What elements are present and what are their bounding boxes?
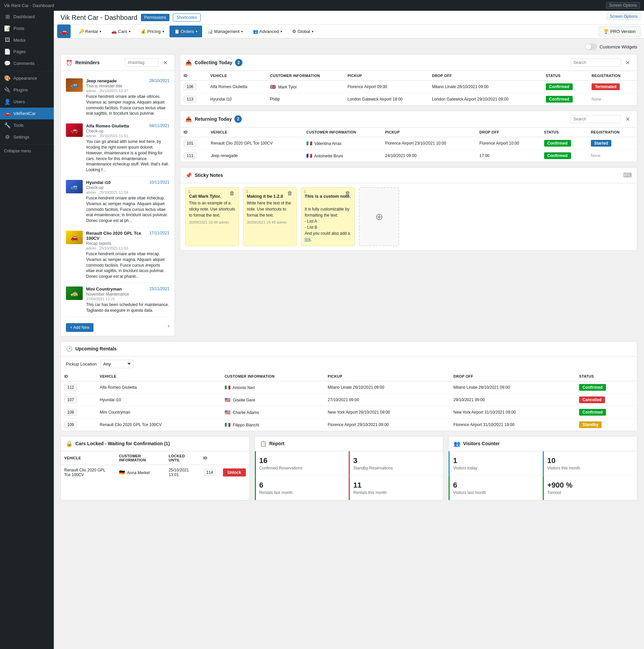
keyboard-icon[interactable]: ⌨ xyxy=(623,171,632,179)
id-badge-109[interactable]: 109 xyxy=(64,421,77,428)
up-col-id: ID xyxy=(61,372,97,381)
visitor-item-3: +900 % Turnout xyxy=(543,476,637,500)
permissions-button[interactable]: Permissions xyxy=(141,14,169,21)
table-row: Renault Clio 2020 GPL Tce 100CV 🇩🇪 Anna … xyxy=(61,465,249,480)
locked-col-action xyxy=(220,451,249,465)
nav-item-global[interactable]: ⚙ Global ▾ xyxy=(288,26,318,37)
up-col-dropoff: DROP OFF xyxy=(450,372,576,381)
returning-close-button[interactable]: ✕ xyxy=(623,115,632,123)
sidebar-item-pages[interactable]: 📄 Pages xyxy=(0,46,54,58)
upcoming-row3-vehicle: Renault Clio 2020 GPL Tce 100CV xyxy=(97,418,221,431)
collecting-row0-id: 106 xyxy=(180,81,207,93)
report-item-0: 16 Confirmed Reservations xyxy=(255,451,349,476)
sidebar-item-tools[interactable]: 🔧 Tools xyxy=(0,119,54,131)
upcoming-row2-status: Confirmed xyxy=(576,406,637,418)
unlock-button[interactable]: Unlock xyxy=(223,468,246,476)
reminder-title-row-4: Mini Countryman 23/11/2021 xyxy=(86,287,169,292)
collecting-row0-dropoff: Milano Linate 28/10/2021 09:00 xyxy=(429,81,542,93)
reminders-icon: ⏰ xyxy=(66,60,73,66)
nav-item-advanced[interactable]: 👥 Advanced ▾ xyxy=(248,26,287,37)
nav-bar: 🚗 🔑 Rental ▾ 🚗 Cars ▾ 💰 Pricing ▾ 📋 Orde… xyxy=(54,25,644,38)
drag-handle-2[interactable]: ⠿ xyxy=(303,190,306,194)
returning-tbody: 101 Renault Clio 2020 GPL Tce 100CV 🇮🇹 V… xyxy=(180,137,637,162)
id-badge-111[interactable]: 111 xyxy=(184,152,196,159)
nav-item-pricing[interactable]: 💰 Pricing ▾ xyxy=(136,26,168,37)
nav-logo: 🚗 xyxy=(57,25,71,38)
id-badge-108[interactable]: 108 xyxy=(64,409,77,416)
screen-options-btn[interactable]: Screen Options xyxy=(606,2,640,9)
sidebar-item-vikrentcar[interactable]: 🚗 VikRentCar xyxy=(0,108,54,119)
sidebar-item-appearance[interactable]: 🎨 Appearance xyxy=(0,72,54,84)
reminder-search-input[interactable] xyxy=(125,59,158,67)
returning-row1-id: 111 xyxy=(180,150,207,162)
col-vehicle: VEHICLE xyxy=(207,71,267,81)
col-dropoff: DROP OFF xyxy=(429,71,542,81)
id-badge-112[interactable]: 112 xyxy=(64,384,77,391)
sidebar-collapse-btn[interactable]: Collapse menu xyxy=(0,146,54,156)
id-badge-107[interactable]: 107 xyxy=(64,396,77,403)
nav-item-management[interactable]: 📊 Management ▾ xyxy=(203,26,248,37)
page-header: Vik Rent Car - Dashboard Permissions Sho… xyxy=(54,11,644,25)
nav-item-global-label: ⚙ Global xyxy=(292,29,310,34)
report-item-1: 3 Standby Reservations xyxy=(349,451,443,476)
drag-handle-0[interactable]: ⠿ xyxy=(188,190,191,194)
upcoming-rentals-header: 🕐 Upcoming Rentals xyxy=(61,342,637,356)
two-col-section: ⏰ Reminders ✕ 🚙 Jeep renegade xyxy=(61,54,637,336)
nav-item-orders[interactable]: 📋 Orders ▾ xyxy=(169,26,202,37)
sticky-note-meta-0: 30/09/2021 16:49 admin xyxy=(189,220,235,224)
id-badge-101[interactable]: 101 xyxy=(184,140,196,147)
shortcodes-button[interactable]: Shortcodes xyxy=(173,13,201,22)
collecting-close-button[interactable]: ✕ xyxy=(623,59,632,67)
sidebar-item-settings[interactable]: ⚙ Settings xyxy=(0,131,54,143)
sticky-note-delete-2[interactable]: 🗑 xyxy=(343,190,352,197)
reminder-meta-4: 27/09/2021 11:21 xyxy=(86,297,169,301)
sticky-note-link-2[interactable]: link xyxy=(305,237,311,242)
reminders-title: Reminders xyxy=(75,60,100,65)
report-title: Report xyxy=(269,441,285,446)
reminder-next-arrow-icon[interactable]: › xyxy=(168,323,169,329)
cars-locked-card: 🔒 Cars Locked - Waiting for Confirmation… xyxy=(61,436,250,500)
collecting-search-input[interactable] xyxy=(570,59,621,67)
report-grid: 16 Confirmed Reservations 3 Standby Rese… xyxy=(255,451,443,500)
col-registration: REGISTRATION xyxy=(588,71,637,81)
returning-search-input[interactable] xyxy=(570,115,621,123)
sticky-note-delete-0[interactable]: 🗑 xyxy=(227,190,237,197)
id-badge-106[interactable]: 106 xyxy=(184,83,196,90)
sidebar-label-comments: Comments xyxy=(13,61,35,66)
reminders-close-button[interactable]: ✕ xyxy=(161,59,169,67)
reminder-footer: + Add New › xyxy=(66,317,169,332)
posts-icon: 📝 xyxy=(4,25,11,32)
nav-item-advanced-label: 👥 Advanced xyxy=(253,29,279,34)
returning-count: 2 xyxy=(234,115,242,123)
sidebar-item-posts[interactable]: 📝 Posts xyxy=(0,23,54,34)
sticky-notes-title: Sticky Notes xyxy=(195,173,223,178)
add-new-reminder-button[interactable]: + Add New xyxy=(66,323,93,332)
screen-options-button[interactable]: Screen Options xyxy=(607,13,641,20)
upcoming-row3-dropoff: Florence Airport 31/10/2021 19:00 xyxy=(450,418,576,431)
sticky-note-delete-1[interactable]: 🗑 xyxy=(285,190,295,197)
sidebar-item-plugins[interactable]: 🔌 Plugins xyxy=(0,84,54,96)
id-badge-113[interactable]: 113 xyxy=(184,96,196,103)
table-row: 112 Alfa Romeo Giulietta 🇮🇹 Antonio Neri… xyxy=(61,381,637,393)
upcoming-row0-vehicle: Alfa Romeo Giulietta xyxy=(97,381,221,393)
pro-version-button[interactable]: 🏆 PRO Version xyxy=(598,27,641,36)
customize-label[interactable]: Customize Widgets xyxy=(600,44,637,49)
nav-item-cars[interactable]: 🚗 Cars ▾ xyxy=(107,26,135,37)
add-sticky-note-button[interactable]: ⊕ xyxy=(359,187,399,246)
pickup-location-select[interactable]: Any xyxy=(100,360,134,368)
sidebar-item-users[interactable]: 👤 Users xyxy=(0,96,54,108)
sidebar-item-media[interactable]: 🖼 Media xyxy=(0,34,54,46)
nav-item-rental[interactable]: 🔑 Rental ▾ xyxy=(74,26,106,37)
drag-handle-1[interactable]: ⠿ xyxy=(245,190,249,194)
sidebar-item-comments[interactable]: 💬 Comments xyxy=(0,58,54,69)
id-badge-114[interactable]: 114 xyxy=(203,469,216,476)
reminder-content-0: Jeep renegade 28/10/2021 This is reminde… xyxy=(86,78,169,116)
locked-row0-customer: 🇩🇪 Anna Merkel xyxy=(116,465,165,480)
sidebar-label-media: Media xyxy=(13,38,25,43)
returning-header-row: ID VEHICLE CUSTOMER INFORMATION PICKUP D… xyxy=(180,127,637,137)
collecting-thead: ID VEHICLE CUSTOMER INFORMATION PICKUP D… xyxy=(180,71,637,81)
customize-toggle[interactable] xyxy=(585,43,597,50)
pickup-location-label: Pickup Location xyxy=(66,361,97,367)
col-id: ID xyxy=(180,71,207,81)
sidebar-item-dashboard[interactable]: ⊞ Dashboard xyxy=(0,11,54,23)
